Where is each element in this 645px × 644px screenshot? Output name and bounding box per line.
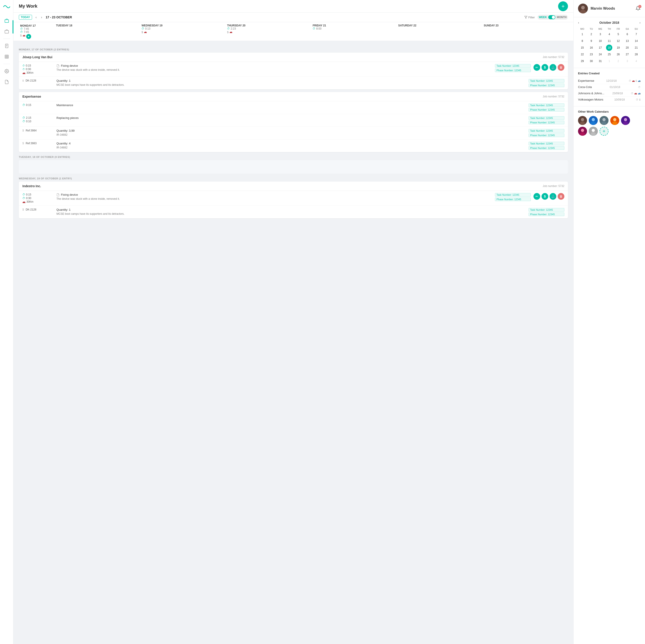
cal-day-16[interactable]: 16	[588, 44, 594, 51]
client-name: Indestro Inc.	[22, 184, 41, 188]
dollar-button[interactable]: $	[542, 64, 548, 71]
entry-row: ⏱0:15 ⏱0:30 🚗 30Km Fixing device The dev…	[19, 191, 568, 206]
entry-meta: $DK-2128	[22, 208, 54, 212]
sidebar-item-briefcase[interactable]	[2, 27, 11, 36]
cal-next-button[interactable]: ›	[639, 21, 641, 24]
anchor-button[interactable]: ⚓	[550, 64, 556, 71]
cal-day-27[interactable]: 27	[624, 51, 630, 57]
task-tag: Task Number: 12345	[528, 103, 564, 107]
add-icon: +	[562, 3, 565, 9]
cal-day-1[interactable]: 1	[579, 31, 586, 37]
entry-row: $Ref:3984 Quantity: 3,99 IR-34882 Task N…	[19, 127, 568, 140]
filter-button[interactable]: Filter	[524, 16, 535, 19]
job-card-expertsense: Expertsense Job number: 5732 ⏱0:15 Maint…	[19, 92, 568, 152]
cal-day-o1[interactable]: 1	[606, 58, 612, 64]
cal-prev-button[interactable]: ‹	[578, 21, 579, 24]
view-toggle-switch[interactable]	[548, 15, 556, 19]
calendar-avatar-5[interactable]	[621, 116, 630, 125]
cal-day-2[interactable]: 2	[588, 31, 594, 37]
entry-client-name: Johnsons & Johns...	[578, 91, 604, 95]
cal-header-su: SU	[632, 27, 641, 31]
cal-day-23[interactable]: 23	[588, 51, 594, 57]
cal-day-24[interactable]: 24	[597, 51, 603, 57]
cal-day-13[interactable]: 13	[624, 38, 630, 44]
month-view-label[interactable]: MONTH	[557, 16, 567, 19]
calendar-avatar-1[interactable]	[578, 116, 587, 125]
edit-button[interactable]: ✏	[533, 64, 540, 71]
cal-day-26[interactable]: 26	[615, 51, 622, 57]
cal-day-10[interactable]: 10	[597, 38, 603, 44]
monday-add-button[interactable]: +	[26, 34, 31, 39]
week-view-label[interactable]: WEEK	[539, 16, 547, 19]
cal-day-31[interactable]: 31	[597, 58, 603, 64]
action-buttons: ✏ $ ⚓ 🗑	[533, 193, 564, 200]
calendar-avatar-4[interactable]	[610, 116, 619, 125]
active-indicator	[13, 20, 13, 34]
prev-week-button[interactable]: ‹	[35, 15, 38, 19]
other-calendars-section: Other Work Calendars +	[574, 106, 645, 139]
cal-day-21[interactable]: 21	[633, 44, 639, 51]
entry-quantity: Quantity: 1	[56, 79, 70, 82]
calendar-nav: ‹ October 2018 ›	[578, 21, 641, 24]
cal-day-8[interactable]: 8	[579, 38, 586, 44]
sidebar-item-settings[interactable]	[2, 67, 11, 76]
anchor-button[interactable]: ⚓	[550, 193, 556, 200]
entry-row: $DK-2128 Quantity: 1 MCSE boot camps hav…	[19, 77, 568, 89]
edit-button[interactable]: ✏	[533, 193, 540, 200]
dollar-button[interactable]: $	[542, 193, 548, 200]
calendar-avatar-6[interactable]	[578, 127, 587, 136]
add-button[interactable]: +	[558, 1, 568, 11]
cal-day-9[interactable]: 9	[588, 38, 594, 44]
calendar-avatar-7[interactable]	[589, 127, 598, 136]
entry-description: Quantity: 3,99 IR-34882	[56, 129, 526, 136]
cal-day-12[interactable]: 12	[615, 38, 622, 44]
cal-day-14[interactable]: 14	[633, 38, 639, 44]
cal-day-7[interactable]: 7	[633, 31, 639, 37]
filter-icon	[524, 16, 527, 19]
entry-item-johnsons: Johnsons & Johns... 23/09/18 ⏱ 🚗 🚙	[578, 90, 641, 96]
cal-day-11[interactable]: 11	[606, 38, 612, 44]
cal-day-17[interactable]: 17	[597, 44, 603, 51]
svg-point-23	[603, 118, 606, 121]
cal-day-o3[interactable]: 3	[624, 58, 630, 64]
cal-day-19[interactable]: 19	[615, 44, 622, 51]
cal-day-22[interactable]: 22	[579, 51, 586, 57]
cal-day-5[interactable]: 5	[615, 31, 622, 37]
svg-point-36	[591, 132, 596, 136]
cal-day-18[interactable]: 18	[606, 44, 612, 51]
calendar-avatar-2[interactable]	[589, 116, 598, 125]
cal-day-6[interactable]: 6	[624, 31, 630, 37]
day-header-sunday: SUNDAY 23	[482, 22, 568, 41]
rp-user-header: Marvin Woods 1	[574, 0, 645, 17]
cal-day-28[interactable]: 28	[633, 51, 639, 57]
entry-description: Fixing device The device was stuck with …	[56, 193, 492, 200]
cal-day-15[interactable]: 15	[579, 44, 586, 51]
cal-day-3[interactable]: 3	[597, 31, 603, 37]
day-header-tuesday: TUESDAY 18	[55, 22, 140, 41]
entry-meta: $Ref:3983	[22, 142, 54, 145]
sidebar-item-clipboard[interactable]	[2, 41, 11, 50]
sidebar-item-document[interactable]	[2, 77, 11, 86]
cal-day-30[interactable]: 30	[588, 58, 594, 64]
notification-badge: 1	[638, 5, 641, 8]
next-week-button[interactable]: ›	[40, 15, 43, 19]
cal-day-o4[interactable]: 4	[633, 58, 639, 64]
cal-day-20[interactable]: 20	[624, 44, 630, 51]
today-button[interactable]: TODAY	[19, 15, 32, 20]
cal-day-29[interactable]: 29	[579, 58, 586, 64]
notification-bell[interactable]: 1	[636, 6, 641, 11]
delete-button[interactable]: 🗑	[558, 64, 564, 71]
task-tag: Task Number: 12345	[528, 142, 564, 145]
sidebar-item-home[interactable]	[2, 16, 11, 25]
calendar-avatar-3[interactable]	[600, 116, 609, 125]
cal-day-25[interactable]: 25	[606, 51, 612, 57]
cal-header-tu: TU	[587, 27, 596, 31]
monday-section-label: MONDAY, 17 OF OCTOBER (2 ENTRIES)	[19, 48, 568, 51]
delete-button[interactable]: 🗑	[558, 193, 564, 200]
cal-day-4[interactable]: 4	[606, 31, 612, 37]
clock-icon: ⏱	[638, 86, 641, 88]
cal-day-o2[interactable]: 2	[615, 58, 622, 64]
add-calendar-button[interactable]: +	[600, 127, 609, 136]
time2: 0:30	[26, 68, 31, 71]
sidebar-item-chart[interactable]	[2, 52, 11, 61]
